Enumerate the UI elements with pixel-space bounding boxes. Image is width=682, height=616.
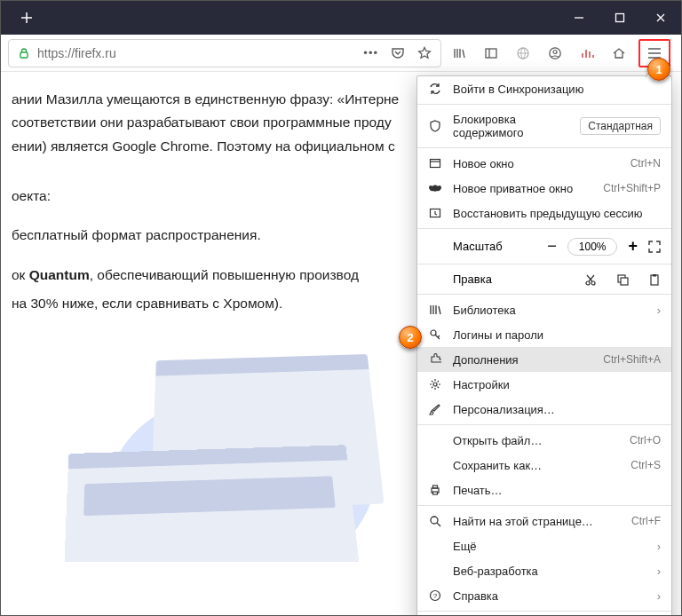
menu-settings[interactable]: Настройки [417, 372, 671, 397]
sidebar-icon [484, 46, 498, 60]
menu-shortcut: Ctrl+F [631, 515, 661, 527]
sidebar-button[interactable] [479, 41, 504, 66]
minimize-icon [574, 12, 584, 23]
menu-label: Библиотека [453, 304, 646, 317]
menu-label: Сохранить как… [453, 459, 620, 472]
menu-save-as[interactable]: Сохранить как… Ctrl+S [417, 453, 671, 478]
close-icon [655, 12, 666, 23]
shield-icon [429, 120, 441, 132]
menu-addons[interactable]: Дополнения Ctrl+Shift+A [417, 347, 671, 372]
svg-rect-1 [20, 52, 28, 58]
separator [417, 294, 671, 295]
separator [417, 264, 671, 265]
separator [417, 611, 671, 612]
globe-button[interactable] [511, 41, 535, 66]
sync-icon [429, 83, 441, 95]
menu-shortcut: Ctrl+Shift+P [603, 182, 661, 194]
body-text: ок [12, 267, 29, 282]
annotation-badge-2: 2 [399, 326, 422, 349]
menu-shortcut: Ctrl+N [630, 157, 661, 170]
menu-label: Персонализация… [453, 403, 661, 416]
svg-point-8 [586, 281, 590, 285]
menu-label: Логины и пароли [453, 328, 661, 342]
copy-icon[interactable] [616, 273, 629, 286]
menu-zoom: Масштаб − 100% + [417, 232, 671, 261]
menu-sync[interactable]: Войти в Синхронизацию [417, 76, 671, 101]
window-minimize-button[interactable] [559, 1, 599, 35]
stats-button[interactable] [575, 41, 599, 66]
library-icon [429, 304, 441, 316]
zoom-out-button[interactable]: − [547, 237, 557, 256]
account-button[interactable] [543, 41, 567, 66]
svg-point-9 [591, 281, 595, 285]
cut-icon[interactable] [584, 273, 597, 286]
menu-shortcut: Ctrl+Shift+A [603, 353, 661, 366]
menu-label: Печать… [453, 484, 661, 497]
fullscreen-icon[interactable] [648, 241, 661, 253]
body-text: ении) является Google Chrome. Поэтому на… [12, 138, 395, 154]
zoom-value[interactable]: 100% [567, 238, 618, 256]
menu-help[interactable]: ? Справка › [417, 583, 671, 608]
menu-find[interactable]: Найти на этой странице… Ctrl+F [417, 509, 671, 533]
menu-label: Настройки [453, 378, 661, 391]
account-icon [548, 46, 562, 60]
menu-logins[interactable]: Логины и пароли [417, 322, 671, 347]
menu-print[interactable]: Печать… [417, 478, 671, 502]
menu-content-blocking[interactable]: Блокировка содержимого Стандартная [417, 107, 671, 145]
menu-library[interactable]: Библиотека › [417, 297, 671, 322]
url-bar[interactable]: https://firefx.ru ••• [8, 39, 441, 67]
brush-icon [429, 403, 441, 415]
window-close-button[interactable] [640, 1, 681, 35]
menu-label: Новое окно [453, 157, 620, 170]
menu-new-window[interactable]: Новое окно Ctrl+N [417, 151, 671, 176]
menu-shortcut: Ctrl+S [630, 459, 661, 471]
paste-icon[interactable] [648, 273, 661, 286]
menu-restore-session[interactable]: Восстановить предыдущую сессию [417, 201, 671, 225]
menu-webdev[interactable]: Веб-разработка › [417, 558, 671, 583]
body-text: бесплатный формат распространения. [12, 227, 261, 242]
svg-rect-11 [621, 278, 628, 285]
chevron-right-icon: › [657, 565, 661, 578]
navigation-toolbar: https://firefx.ru ••• [1, 35, 681, 72]
menu-edit: Правка [417, 267, 671, 291]
body-text: оекта: [12, 188, 51, 203]
annotation-badge-1: 1 [647, 58, 670, 81]
menu-customize[interactable]: Персонализация… [417, 397, 671, 422]
home-icon [612, 46, 626, 60]
mask-icon [428, 184, 442, 193]
page-actions-icon[interactable]: ••• [363, 46, 378, 59]
url-text: https://firefx.ru [37, 46, 116, 60]
zoom-label: Масштаб [428, 240, 538, 253]
edit-label: Правка [428, 272, 575, 286]
svg-point-19 [431, 517, 438, 524]
menu-label: Ещё [453, 540, 646, 553]
zoom-in-button[interactable]: + [628, 237, 638, 256]
star-icon[interactable] [417, 46, 432, 60]
separator [417, 104, 671, 105]
lock-icon [18, 47, 30, 59]
help-icon: ? [429, 589, 441, 602]
library-button[interactable] [447, 41, 472, 66]
separator [417, 147, 671, 148]
menu-label: Открыть файл… [453, 434, 619, 447]
library-icon [452, 46, 466, 60]
menu-more[interactable]: Ещё › [417, 533, 671, 558]
svg-rect-2 [486, 49, 496, 58]
search-icon [429, 515, 441, 527]
home-button[interactable] [607, 41, 631, 66]
maximize-icon [615, 12, 625, 23]
body-text: на 30% ниже, если сравнивать с Хромом). [12, 296, 282, 311]
toolbar-icons [447, 39, 674, 67]
separator [417, 424, 671, 425]
menu-open-file[interactable]: Открыть файл… Ctrl+O [417, 428, 671, 453]
window-maximize-button[interactable] [599, 1, 640, 35]
new-tab-button[interactable] [13, 4, 40, 31]
svg-rect-17 [433, 486, 438, 488]
menu-label: Дополнения [453, 353, 592, 367]
titlebar [1, 1, 681, 35]
pocket-icon[interactable] [391, 46, 405, 60]
chevron-right-icon: › [657, 304, 661, 317]
menu-private-window[interactable]: Новое приватное окно Ctrl+Shift+P [417, 176, 671, 201]
menu-label: Новое приватное окно [453, 182, 592, 195]
menu-label: Найти на этой странице… [453, 515, 621, 528]
